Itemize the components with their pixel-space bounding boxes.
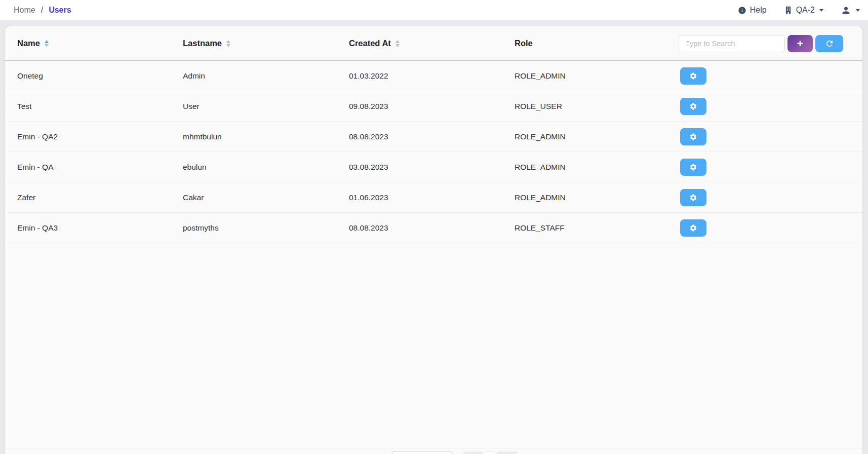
table-row: Emin - QA ebulun 03.08.2023 ROLE_ADMIN	[5, 152, 862, 182]
pagination-prev-button[interactable]	[463, 451, 483, 454]
cell-created-at: 03.08.2023	[337, 163, 502, 172]
gear-icon	[689, 133, 697, 141]
row-settings-button[interactable]	[680, 189, 706, 206]
row-settings-button[interactable]	[680, 67, 706, 85]
sort-arrows-icon	[226, 40, 230, 47]
cell-role: ROLE_ADMIN	[502, 163, 668, 172]
table-row: Emin - QA3 postmyths 08.08.2023 ROLE_STA…	[5, 213, 862, 243]
cell-lastname: Admin	[171, 71, 337, 81]
pagination-next-button[interactable]	[496, 451, 518, 454]
chevron-down-icon	[856, 9, 860, 12]
cell-lastname: mhmtbulun	[171, 132, 337, 141]
cell-role: ROLE_ADMIN	[502, 71, 668, 81]
column-label: Name	[17, 39, 40, 48]
row-settings-button[interactable]	[680, 98, 706, 115]
page-size-select[interactable]	[391, 451, 453, 454]
table-row: Emin - QA2 mhmtbulun 08.08.2023 ROLE_ADM…	[5, 122, 862, 152]
cell-name: Zafer	[5, 193, 171, 202]
breadcrumb-separator: /	[41, 6, 43, 15]
row-settings-button[interactable]	[680, 128, 706, 145]
gear-icon	[689, 102, 697, 110]
cell-name: Emin - QA3	[5, 223, 171, 233]
cell-role: ROLE_ADMIN	[502, 132, 668, 141]
column-label: Created At	[349, 39, 391, 48]
column-header-created-at[interactable]: Created At	[337, 39, 502, 48]
topbar-right: Help QA-2	[738, 5, 860, 16]
cell-name: Test	[5, 102, 171, 111]
breadcrumb-current-users[interactable]: Users	[49, 6, 71, 15]
help-menu[interactable]: Help	[738, 6, 767, 15]
users-table-card: Name Lastname Created At Role +	[5, 26, 862, 454]
building-icon	[784, 6, 793, 15]
table-row: Test User 09.08.2023 ROLE_USER	[5, 91, 862, 122]
cell-name: Emin - QA	[5, 163, 171, 172]
cell-created-at: 09.08.2023	[337, 102, 502, 111]
cell-role: ROLE_ADMIN	[502, 193, 668, 202]
workspace-menu[interactable]: QA-2	[784, 6, 823, 15]
column-header-name[interactable]: Name	[5, 39, 171, 48]
cell-lastname: postmyths	[171, 223, 337, 233]
table-footer	[5, 448, 862, 454]
cell-lastname: ebulun	[171, 163, 337, 172]
column-label: Lastname	[183, 39, 222, 48]
cell-lastname: Cakar	[171, 193, 337, 202]
search-input[interactable]	[679, 35, 785, 52]
column-label: Role	[515, 39, 533, 48]
breadcrumb: Home / Users	[14, 6, 71, 15]
cell-name: Oneteg	[5, 71, 171, 81]
pagination-page-button[interactable]	[484, 451, 496, 454]
refresh-icon	[825, 39, 834, 48]
table-header-row: Name Lastname Created At Role +	[5, 26, 862, 61]
sort-arrows-icon	[396, 40, 400, 47]
user-account-menu[interactable]	[841, 5, 860, 16]
cell-created-at: 08.08.2023	[337, 132, 502, 141]
help-label: Help	[750, 6, 767, 15]
row-settings-button[interactable]	[680, 159, 706, 176]
gear-icon	[689, 224, 697, 232]
topbar: Home / Users Help QA-2	[0, 0, 868, 20]
workspace-label: QA-2	[796, 6, 815, 15]
table-body: Oneteg Admin 01.03.2022 ROLE_ADMIN Test …	[5, 61, 862, 243]
sort-arrows-icon	[45, 40, 49, 47]
add-user-button[interactable]: +	[787, 35, 813, 52]
cell-lastname: User	[171, 102, 337, 111]
table-toolbar: +	[679, 35, 843, 52]
column-header-lastname[interactable]: Lastname	[171, 39, 337, 48]
column-header-role: Role	[502, 39, 668, 48]
table-row: Zafer Cakar 01.06.2023 ROLE_ADMIN	[5, 182, 862, 213]
cell-created-at: 01.06.2023	[337, 193, 502, 202]
gear-icon	[689, 194, 697, 202]
info-circle-icon	[738, 6, 746, 15]
person-icon	[841, 5, 851, 16]
gear-icon	[689, 163, 697, 171]
row-settings-button[interactable]	[680, 219, 706, 237]
breadcrumb-home-link[interactable]: Home	[14, 6, 35, 15]
plus-icon: +	[797, 38, 803, 49]
table-row: Oneteg Admin 01.03.2022 ROLE_ADMIN	[5, 61, 862, 91]
cell-created-at: 01.03.2022	[337, 71, 502, 81]
cell-created-at: 08.08.2023	[337, 223, 502, 233]
chevron-down-icon	[819, 9, 823, 12]
cell-role: ROLE_USER	[502, 102, 668, 111]
cell-name: Emin - QA2	[5, 132, 171, 141]
cell-role: ROLE_STAFF	[502, 223, 668, 233]
refresh-button[interactable]	[815, 35, 843, 52]
gear-icon	[689, 72, 697, 80]
